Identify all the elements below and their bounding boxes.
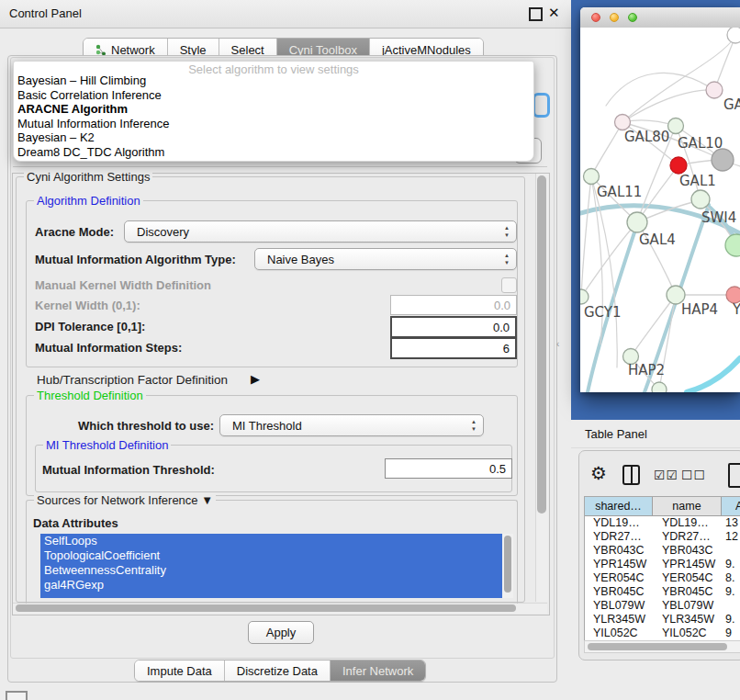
aracne-mode-value: Discovery <box>137 225 189 239</box>
column-header[interactable]: name <box>653 497 722 516</box>
network-view-window[interactable]: GALGAL80GAL10GAL1GAL11SWI4GAL4GCY1HAP4YH… <box>580 7 740 392</box>
which-threshold-select[interactable]: MI Threshold ▲▼ <box>219 414 484 436</box>
network-window-titlebar[interactable] <box>580 7 740 28</box>
new-table-icon[interactable] <box>728 463 740 488</box>
table-row[interactable]: YLR345WYLR345W9. <box>585 613 740 627</box>
table-row[interactable]: YER054CYER054C8. <box>585 571 740 585</box>
network-node[interactable] <box>712 149 734 171</box>
network-edge <box>581 176 591 297</box>
network-node-gal10[interactable] <box>668 119 684 134</box>
algorithm-option[interactable]: Mutual Information Inference <box>14 117 533 131</box>
splitter-handle[interactable]: ‹ <box>556 339 559 349</box>
mi-threshold-input[interactable]: 0.5 <box>385 458 512 479</box>
network-node-gal1[interactable] <box>670 157 687 174</box>
minimize-window-icon[interactable] <box>610 13 619 22</box>
tab-discretize-data[interactable]: Discretize Data <box>225 660 331 681</box>
dpi-tolerance-input[interactable]: 0.0 <box>390 316 517 338</box>
group-title: Cyni Algorithm Settings <box>24 170 152 184</box>
kernel-width-input[interactable]: 0.0 <box>390 295 517 315</box>
data-attributes-list[interactable]: SelfLoopsTopologicalCoefficientBetweenne… <box>40 534 502 598</box>
network-canvas[interactable]: GALGAL80GAL10GAL1GAL11SWI4GAL4GCY1HAP4YH… <box>580 28 740 392</box>
table-cell: YPR145W <box>585 558 653 571</box>
attributes-scrollbar[interactable] <box>502 534 513 598</box>
data-attribute-item[interactable]: TopologicalCoefficient <box>40 548 502 563</box>
network-node[interactable] <box>725 234 740 256</box>
table-cell: YBR043C <box>585 544 653 558</box>
network-node-gal[interactable] <box>706 82 723 98</box>
tab-impute-data[interactable]: Impute Data <box>135 660 225 681</box>
table-cell: YBL079W <box>653 599 722 613</box>
algorithm-option[interactable]: Bayesian – Hill Climbing <box>14 73 533 88</box>
table-cell: YIL052C <box>653 627 722 638</box>
table-cell: 8. <box>722 571 740 585</box>
algorithm-option[interactable]: Dream8 DC_TDC Algorithm <box>14 145 533 160</box>
scrollbar-thumb[interactable] <box>16 604 516 612</box>
network-node-gal4[interactable] <box>627 212 647 232</box>
table-row[interactable]: YBR043CYBR043C <box>585 544 740 558</box>
algorithm-option[interactable]: Basic Correlation Inference <box>14 88 533 103</box>
mi-steps-input[interactable]: 6 <box>390 337 517 359</box>
deselect-all-checkboxes-icon[interactable]: ☐☐ <box>681 468 706 482</box>
column-header[interactable]: A <box>722 497 740 516</box>
cyni-mode-tab-bar: Impute DataDiscretize DataInfer Network <box>134 660 426 682</box>
table-cell: YDR27… <box>585 530 653 544</box>
group-title: Sources for Network Inference ▼ <box>34 493 216 507</box>
panel-title: Table Panel <box>585 427 647 441</box>
minimized-panel-icon[interactable] <box>6 691 28 700</box>
algorithm-option[interactable]: Bayesian – K2 <box>14 130 533 145</box>
close-window-icon[interactable] <box>591 13 600 22</box>
mi-algorithm-type-select[interactable]: Naive Bayes ▲▼ <box>254 248 517 270</box>
control-panel-titlebar: Control Panel ✕ <box>0 0 571 28</box>
node-label: GAL1 <box>679 173 716 189</box>
table-row[interactable]: YDR27…YDR27…12 <box>585 530 740 544</box>
expand-icon[interactable]: ▶ <box>251 372 260 386</box>
scrollbar-thumb[interactable] <box>588 643 727 650</box>
table-row[interactable]: YIL052CYIL052C9 <box>585 627 740 638</box>
data-attribute-item[interactable]: gal4RGexp <box>40 578 502 593</box>
table-row[interactable]: YBR045CYBR045C9. <box>585 585 740 599</box>
table-cell: YLR345W <box>585 613 653 627</box>
data-attribute-item[interactable]: SelfLoops <box>40 534 502 548</box>
table-row[interactable]: YDL19…YDL19…13 <box>585 516 740 530</box>
column-header[interactable]: shared… <box>585 497 653 516</box>
table-row[interactable]: YPR145WYPR145W9. <box>585 558 740 571</box>
collapse-icon[interactable]: ▼ <box>201 493 213 507</box>
network-node-swi4[interactable] <box>691 190 710 209</box>
settings-vertical-scrollbar[interactable] <box>535 174 548 602</box>
network-node-gcy1[interactable] <box>580 289 589 304</box>
focused-combo-fragment <box>533 93 550 118</box>
aracne-mode-select[interactable]: Discovery ▲▼ <box>124 220 517 243</box>
table-cell: 9. <box>722 585 740 599</box>
table-horizontal-scrollbar[interactable] <box>584 640 740 653</box>
manual-kernel-width-checkbox[interactable] <box>501 277 517 293</box>
network-edge <box>687 358 740 392</box>
zoom-window-icon[interactable] <box>628 13 637 22</box>
network-node-gal80[interactable] <box>615 115 631 130</box>
network-node-gal11[interactable] <box>584 169 600 185</box>
scrollbar-thumb[interactable] <box>504 536 511 593</box>
node-label: GCY1 <box>584 304 622 321</box>
node-label: Y <box>732 301 740 318</box>
network-edge <box>622 90 714 122</box>
network-edge <box>606 73 714 106</box>
data-attribute-item[interactable]: BetweennessCentrality <box>40 563 502 578</box>
network-node[interactable] <box>652 382 667 392</box>
table-cell: YDR27… <box>653 530 722 544</box>
tab-infer-network[interactable]: Infer Network <box>331 660 425 681</box>
table-row[interactable]: YBL079WYBL079W <box>585 599 740 613</box>
which-threshold-value: MI Threshold <box>232 419 302 433</box>
float-panel-icon[interactable] <box>529 7 543 21</box>
settings-horizontal-scrollbar[interactable] <box>13 603 547 614</box>
group-title: Algorithm Definition <box>34 194 143 208</box>
column-layout-icon[interactable] <box>622 465 640 485</box>
select-all-checkboxes-icon[interactable]: ☑☑ <box>654 468 678 482</box>
which-threshold-label: Which threshold to use: <box>78 419 214 433</box>
table-cell: YBL079W <box>585 599 653 613</box>
gear-icon[interactable]: ⚙ <box>590 462 607 484</box>
network-node[interactable] <box>727 28 740 43</box>
apply-button[interactable]: Apply <box>248 621 314 644</box>
algorithm-option[interactable]: ARACNE Algorithm <box>14 102 533 117</box>
scrollbar-thumb[interactable] <box>537 175 546 514</box>
close-panel-icon[interactable]: ✕ <box>548 5 560 21</box>
table-cell: 12 <box>722 530 740 544</box>
